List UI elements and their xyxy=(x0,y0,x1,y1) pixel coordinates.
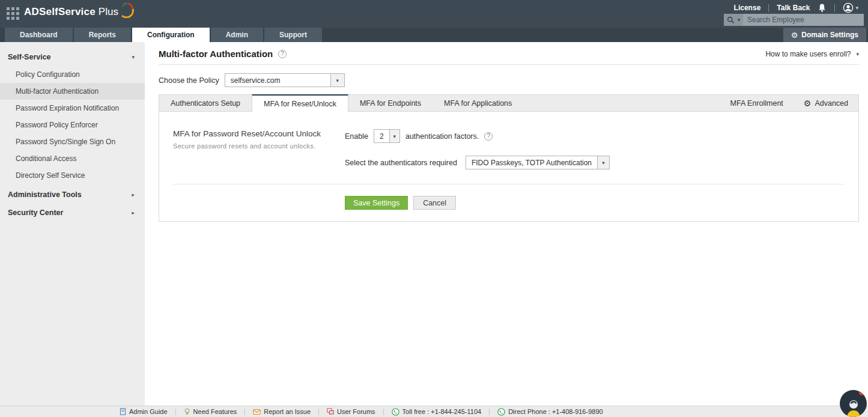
help-icon[interactable]: ? xyxy=(278,50,287,58)
divider xyxy=(834,4,835,12)
forums-chat-icon xyxy=(327,408,334,415)
talkback-link[interactable]: Talk Back xyxy=(777,4,810,12)
nav-tab-reports[interactable]: Reports xyxy=(74,28,131,42)
apps-grid-icon[interactable] xyxy=(7,7,19,20)
license-link[interactable]: License xyxy=(734,4,761,12)
chevron-down-icon: ▾ xyxy=(330,74,344,87)
user-menu[interactable]: ▾ xyxy=(843,2,858,13)
page-header: Multi-factor Authentication ? How to mak… xyxy=(159,49,859,59)
nav-tab-support[interactable]: Support xyxy=(264,28,322,42)
nav-tab-dashboard[interactable]: Dashboard xyxy=(5,28,73,42)
nav-tabs: Dashboard Reports Configuration Admin Su… xyxy=(5,28,323,42)
product-logo: ADSelfService Plus xyxy=(24,6,135,18)
direct-phone[interactable]: Direct Phone : +1-408-916-9890 xyxy=(490,408,610,416)
search-icon-area[interactable]: ▾ xyxy=(724,14,743,26)
factor-count-select[interactable]: 2 ▾ xyxy=(374,129,400,143)
button-row: Save Settings Cancel xyxy=(345,196,858,210)
section-info: MFA for Password Reset/Account Unlock Se… xyxy=(173,129,345,169)
user-avatar-icon xyxy=(843,2,854,13)
topbar: ADSelfService Plus License Talk Back ▾ xyxy=(0,0,868,28)
guide-book-icon xyxy=(120,408,126,415)
policy-select[interactable]: selfservice.com ▾ xyxy=(225,73,345,87)
chat-agent-icon xyxy=(845,398,863,417)
factor-count-row: Enable 2 ▾ authentication factors. ? xyxy=(345,129,858,143)
phone-icon xyxy=(392,408,399,416)
toll-free-phone[interactable]: Toll free : +1-844-245-1104 xyxy=(384,408,490,416)
user-forums-link[interactable]: User Forums xyxy=(319,408,383,415)
report-issue-link[interactable]: Report an Issue xyxy=(245,408,318,415)
authenticators-select[interactable]: FIDO Passkeys, TOTP Authentication ▾ xyxy=(466,156,610,169)
help-icon[interactable]: ? xyxy=(484,132,493,141)
advanced-link[interactable]: ⚙ Advanced xyxy=(794,95,858,111)
mfa-tabstrip: Authenticators Setup MFA for Reset/Unloc… xyxy=(159,94,859,112)
main-navigation: Dashboard Reports Configuration Admin Su… xyxy=(0,28,868,42)
feature-bulb-icon xyxy=(184,408,190,415)
search-icon xyxy=(727,16,735,24)
cancel-button[interactable]: Cancel xyxy=(413,196,456,210)
footer-bar: Admin Guide Need Features Report an Issu… xyxy=(0,406,868,417)
chevron-down-icon: ▾ xyxy=(855,5,858,11)
domain-settings-button[interactable]: ⚙ Domain Settings xyxy=(783,28,866,42)
authenticators-label: Select the authenticators required xyxy=(345,159,457,167)
logo-swoosh-icon xyxy=(120,1,135,18)
nav-tab-configuration[interactable]: Configuration xyxy=(132,28,210,42)
section-title: MFA for Password Reset/Account Unlock xyxy=(173,129,345,138)
topbar-links: License Talk Back ▾ xyxy=(734,2,858,13)
policy-row: Choose the Policy selfservice.com ▾ xyxy=(159,73,859,87)
sidebar: Self-Service ▾ Policy Configuration Mult… xyxy=(0,42,145,406)
nav-tab-admin[interactable]: Admin xyxy=(211,28,263,42)
tab-mfa-for-endpoints[interactable]: MFA for Endpoints xyxy=(348,95,432,111)
divider xyxy=(159,64,859,65)
mfa-enrollment-link[interactable]: MFA Enrollment xyxy=(720,95,794,111)
tab-mfa-for-applications[interactable]: MFA for Applications xyxy=(432,95,523,111)
phone-icon xyxy=(497,408,505,416)
section-subtitle: Secure password resets and account unloc… xyxy=(173,142,345,150)
sidebar-item-multi-factor-authentication[interactable]: Multi-factor Authentication xyxy=(0,83,145,100)
sidebar-group-self-service[interactable]: Self-Service ▾ xyxy=(0,48,145,66)
section-controls: Enable 2 ▾ authentication factors. ? Sel… xyxy=(345,129,858,169)
how-to-enroll-link[interactable]: How to make users enroll? ▾ xyxy=(765,50,859,58)
search-input[interactable] xyxy=(743,14,864,26)
notification-bell-icon[interactable] xyxy=(818,3,827,13)
policy-label: Choose the Policy xyxy=(159,76,219,85)
divider xyxy=(173,184,845,184)
chevron-down-icon: ▾ xyxy=(132,54,135,60)
sidebar-item-password-expiration-notification[interactable]: Password Expiration Notification xyxy=(0,100,145,117)
content-area: Self-Service ▾ Policy Configuration Mult… xyxy=(0,42,868,406)
main-panel: Multi-factor Authentication ? How to mak… xyxy=(145,42,868,406)
chevron-down-icon: ▾ xyxy=(856,51,859,57)
sidebar-group-administrative-tools[interactable]: Administrative Tools ▸ xyxy=(0,186,145,204)
gear-icon: ⚙ xyxy=(791,31,798,39)
page-title: Multi-factor Authentication ? xyxy=(159,49,287,59)
factors-suffix-label: authentication factors. xyxy=(405,132,479,141)
enable-label: Enable xyxy=(345,132,368,141)
chevron-down-icon: ▾ xyxy=(389,130,399,142)
save-settings-button[interactable]: Save Settings xyxy=(345,196,408,210)
tab-mfa-for-reset-unlock[interactable]: MFA for Reset/Unlock xyxy=(252,94,348,112)
authenticators-row: Select the authenticators required FIDO … xyxy=(345,156,858,169)
chevron-down-icon: ▾ xyxy=(597,156,609,169)
divider xyxy=(768,4,769,12)
sidebar-item-directory-self-service[interactable]: Directory Self Service xyxy=(0,167,145,184)
employee-search: ▾ xyxy=(724,14,864,26)
sidebar-item-password-sync-single-sign-on[interactable]: Password Sync/Single Sign On xyxy=(0,133,145,150)
report-envelope-icon xyxy=(253,409,261,415)
tab-authenticators-setup[interactable]: Authenticators Setup xyxy=(159,95,252,111)
product-suffix: Plus xyxy=(99,6,118,18)
gear-icon: ⚙ xyxy=(804,99,812,108)
chevron-right-icon: ▸ xyxy=(132,210,135,216)
admin-guide-link[interactable]: Admin Guide xyxy=(112,408,175,415)
product-name: ADSelfService xyxy=(24,6,96,18)
chevron-right-icon: ▸ xyxy=(132,192,135,198)
mfa-reset-unlock-panel: MFA for Password Reset/Account Unlock Se… xyxy=(159,112,859,222)
sidebar-item-conditional-access[interactable]: Conditional Access xyxy=(0,150,145,167)
sidebar-item-password-policy-enforcer[interactable]: Password Policy Enforcer xyxy=(0,117,145,133)
chevron-down-icon: ▾ xyxy=(738,17,741,23)
live-chat-widget[interactable] xyxy=(840,390,867,417)
sidebar-group-security-center[interactable]: Security Center ▸ xyxy=(0,204,145,222)
sidebar-item-policy-configuration[interactable]: Policy Configuration xyxy=(0,66,145,83)
tabstrip-right: MFA Enrollment ⚙ Advanced xyxy=(720,95,858,111)
domain-settings-label: Domain Settings xyxy=(801,31,858,39)
need-features-link[interactable]: Need Features xyxy=(176,408,245,415)
